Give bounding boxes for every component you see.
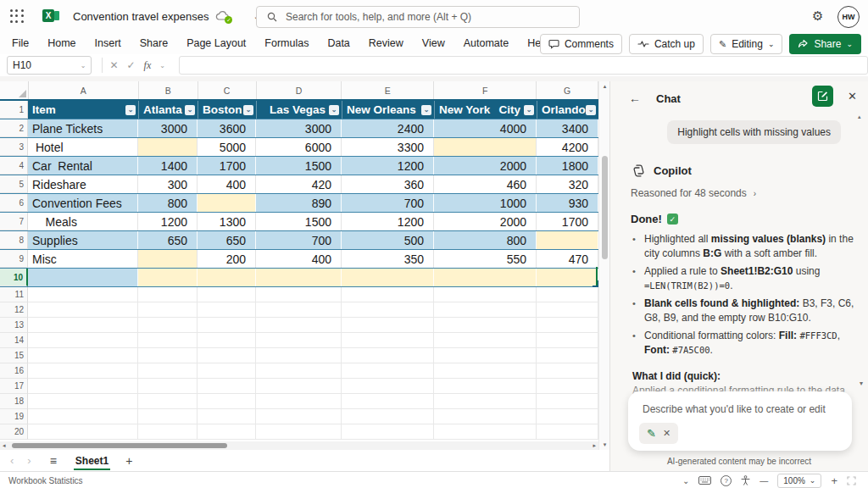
row-header-20[interactable]: 20 <box>0 424 28 440</box>
row-header-16[interactable]: 16 <box>0 363 28 379</box>
cell-D2[interactable]: 3000 <box>256 119 342 137</box>
row-header-12[interactable]: 12 <box>0 302 28 318</box>
menu-share[interactable]: Share <box>140 37 168 49</box>
col-header-C[interactable]: C <box>198 81 257 99</box>
header-cell-item[interactable]: Item⌄ <box>28 101 138 119</box>
cell-B8[interactable]: 650 <box>138 231 198 249</box>
new-chat-button[interactable] <box>812 86 833 107</box>
zoom-in-icon[interactable]: + <box>831 474 837 487</box>
row-header-4[interactable]: 4 <box>0 157 28 175</box>
col-header-D[interactable]: D <box>257 81 342 99</box>
cell-B10-highlighted[interactable] <box>138 269 198 286</box>
header-cell-orlando[interactable]: Orlando⌄ <box>537 101 598 119</box>
help-icon[interactable]: ? <box>721 475 732 486</box>
cell-C2[interactable]: 3600 <box>198 119 256 137</box>
back-icon[interactable]: ← <box>629 92 641 105</box>
cell-C5[interactable]: 400 <box>198 175 256 193</box>
excel-logo-icon[interactable]: X <box>42 8 59 24</box>
row-header-14[interactable]: 14 <box>0 333 28 348</box>
cell-B4[interactable]: 1400 <box>138 157 198 175</box>
cell-A8[interactable]: Supplies <box>28 231 138 249</box>
menu-page-layout[interactable]: Page Layout <box>186 37 246 49</box>
cell-D4[interactable]: 1500 <box>256 157 342 175</box>
chat-scroll-up-icon[interactable]: ▴ <box>858 114 861 120</box>
menu-view[interactable]: View <box>422 37 445 49</box>
add-sheet-icon[interactable]: + <box>125 454 132 468</box>
cell-D10-highlighted[interactable] <box>256 269 342 286</box>
chat-scroll-down-icon[interactable]: ▾ <box>860 380 863 387</box>
menu-review[interactable]: Review <box>369 37 403 49</box>
cell-E7[interactable]: 1200 <box>342 213 434 230</box>
filter-icon[interactable]: ⌄ <box>329 105 339 115</box>
cell-B5[interactable]: 300 <box>138 175 198 193</box>
row-header-15[interactable]: 15 <box>0 348 28 363</box>
header-cell-new-york-city[interactable]: New YorkCity⌄ <box>434 101 537 119</box>
cell-B3-highlighted[interactable] <box>138 138 198 156</box>
cell-B6[interactable]: 800 <box>138 194 198 212</box>
row-header-1[interactable]: 1 <box>0 101 28 119</box>
reasoned-toggle[interactable]: Reasoned for 48 seconds › <box>631 187 868 199</box>
cell-G9[interactable]: 470 <box>537 250 598 268</box>
cell-G8-highlighted[interactable] <box>537 231 598 249</box>
select-all-corner[interactable] <box>0 81 29 99</box>
cell-A6[interactable]: Convention Fees <box>28 194 138 212</box>
vertical-scrollbar[interactable]: ▴ ▾ <box>598 81 610 450</box>
cell-A4[interactable]: Car Rental <box>28 157 138 175</box>
cell-D3[interactable]: 6000 <box>256 138 342 156</box>
cell-C9[interactable]: 200 <box>198 250 256 268</box>
edit-mode-chip[interactable]: ✎ ✕ <box>639 423 678 444</box>
search-input[interactable]: Search for tools, help, and more (Alt + … <box>256 6 580 28</box>
col-header-E[interactable]: E <box>342 81 434 99</box>
vertical-scroll-thumb[interactable] <box>602 156 608 259</box>
cell-E9[interactable]: 350 <box>342 250 434 268</box>
cell-F7[interactable]: 2000 <box>434 213 537 230</box>
row-header-7[interactable]: 7 <box>0 213 28 230</box>
cell-F8[interactable]: 800 <box>434 231 537 249</box>
settings-gear-icon[interactable]: ⚙ <box>812 8 823 24</box>
row-header-2[interactable]: 2 <box>0 119 28 137</box>
cell-E2[interactable]: 2400 <box>342 119 434 137</box>
row-header-9[interactable]: 9 <box>0 250 28 268</box>
cell-B7[interactable]: 1200 <box>138 213 198 230</box>
sheet-tab-sheet1[interactable]: Sheet1 <box>75 450 108 471</box>
zoom-level-dropdown[interactable]: 100% ⌄ <box>777 474 821 488</box>
header-cell-new-orleans[interactable]: New Orleans⌄ <box>342 101 434 119</box>
cell-C3[interactable]: 5000 <box>198 138 256 156</box>
cell-A7[interactable]: Meals <box>28 213 138 230</box>
col-header-G[interactable]: G <box>537 81 598 99</box>
fullscreen-icon[interactable] <box>847 476 856 485</box>
header-cell-las-vegas[interactable]: Las Vegas⌄ <box>256 101 342 119</box>
menu-automate[interactable]: Automate <box>464 37 509 49</box>
share-button[interactable]: Share ⌄ <box>789 34 861 54</box>
document-title[interactable]: Convention travel expenses <box>73 10 209 23</box>
cell-E8[interactable]: 500 <box>342 231 434 249</box>
horizontal-scroll-thumb[interactable] <box>12 443 227 448</box>
cell-F6[interactable]: 1000 <box>434 194 537 212</box>
scroll-right-icon[interactable]: ▸ <box>593 442 596 449</box>
menu-insert[interactable]: Insert <box>95 37 121 49</box>
menu-formulas[interactable]: Formulas <box>264 37 309 49</box>
col-header-F[interactable]: F <box>434 81 537 99</box>
cell-G10-highlighted[interactable] <box>537 269 598 286</box>
cell-E5[interactable]: 360 <box>342 175 434 193</box>
cell-G7[interactable]: 1700 <box>537 213 598 230</box>
cell-A9[interactable]: Misc <box>28 250 138 268</box>
status-chevron-down-icon[interactable]: ⌄ <box>682 476 689 485</box>
menu-home[interactable]: Home <box>47 37 75 49</box>
editing-mode-button[interactable]: ✎ Editing ⌄ <box>710 34 782 54</box>
cell-D8[interactable]: 700 <box>256 231 342 249</box>
scroll-left-icon[interactable]: ◂ <box>3 442 6 449</box>
catch-up-button[interactable]: Catch up <box>629 34 704 54</box>
header-cell-boston[interactable]: Boston⌄ <box>198 101 256 119</box>
sheet-nav-next-icon[interactable]: › <box>27 454 31 467</box>
row-header-8[interactable]: 8 <box>0 231 28 249</box>
filter-icon[interactable]: ⌄ <box>185 105 195 115</box>
menu-file[interactable]: File <box>12 37 29 49</box>
cell-A3[interactable]: Hotel <box>28 138 138 156</box>
row-header-10-active[interactable]: 10 <box>0 269 28 286</box>
cell-B2[interactable]: 3000 <box>138 119 198 137</box>
cell-F2[interactable]: 4000 <box>434 119 537 137</box>
accessibility-icon[interactable] <box>741 475 750 485</box>
confirm-entry-icon[interactable]: ✓ <box>127 59 136 71</box>
filter-icon[interactable]: ⌄ <box>524 105 534 115</box>
